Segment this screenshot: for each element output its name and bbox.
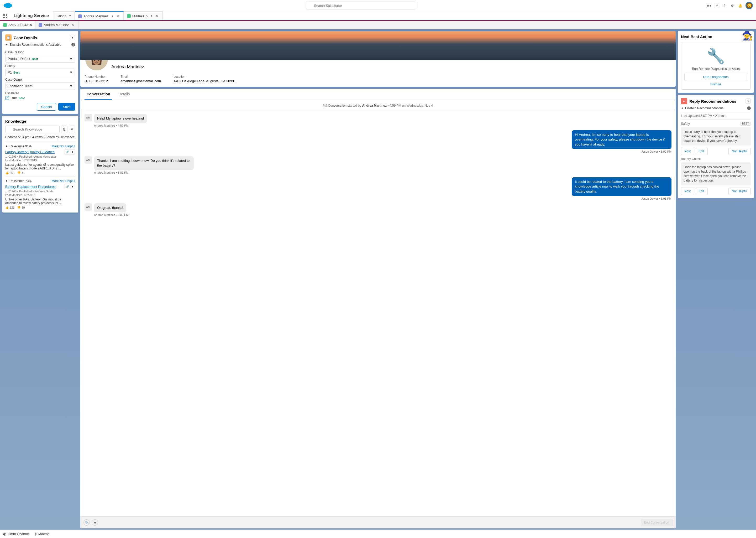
subtab-contact[interactable]: Andrea Martinez ✕ [35,21,79,29]
message-bubble: Hi Andrea, I'm so sorry to hear that you… [572,130,672,149]
einstein-icon: ✦ [681,106,684,110]
einstein-icon: ✦ [5,43,8,46]
card-title: Next Best Action [681,34,751,39]
end-conversation-button[interactable]: End Conversation [641,519,673,526]
close-icon[interactable]: ✕ [71,23,75,27]
article-menu-button[interactable]: ▼ [70,184,75,189]
mark-not-helpful-link[interactable]: Mark Not Helpful [52,144,75,148]
message-bubble: It could be related to the battery. I am… [572,177,672,196]
wrench-icon: 🔧 [684,48,747,65]
utility-bar: ◐ Omni-Channel ⟫ Macros [0,530,756,530]
knowledge-search-input[interactable] [5,126,60,133]
card-menu-button[interactable]: ▼ [745,98,751,104]
escalated-checkbox[interactable]: ✓ [5,96,9,100]
card-title: Case Details [14,35,37,40]
message-in: AMThanks, I am shutting it down now. Do … [84,156,672,170]
edit-button[interactable]: Edit [696,188,708,195]
message-out: Hi Andrea, I'm so sorry to hear that you… [84,130,672,149]
post-button[interactable]: Post [681,148,694,155]
thumbs-down-icon[interactable]: 👎 11 [17,171,25,175]
reply-body: Once the laptop has cooled down, please … [681,162,751,185]
attachment-icon[interactable]: 📎 [83,519,90,526]
post-button[interactable]: Post [681,188,694,195]
edit-button[interactable]: Edit [696,148,708,155]
tab-conversation[interactable]: Conversation [84,89,112,100]
notifications-icon[interactable]: 🔔 [737,3,743,8]
emoji-icon[interactable]: ☻ [92,519,98,526]
conversation-card: Conversation Details 💬 Conversation star… [80,89,676,528]
card-title: Reply Recommendations [689,99,736,103]
chevron-down-icon[interactable]: ▼ [69,15,71,17]
run-diagnostics-button[interactable]: Run Diagnostics [684,73,747,81]
message-in: AMOk great, thanks! [84,203,672,212]
article-link[interactable]: Laptop Battery Quality Guidance [5,150,55,154]
chevron-down-icon: ▼ [69,57,73,61]
article-link[interactable]: Battery Replacement Procedures [5,185,55,188]
not-helpful-button[interactable]: Not Helpful [729,148,751,155]
subtab-label: SMS 00004315 [8,23,32,27]
dismiss-link[interactable]: Dismiss [684,82,747,86]
mark-not-helpful-link[interactable]: Mark Not Helpful [52,179,75,183]
priority-select[interactable]: P1Best ▼ [5,69,75,76]
info-icon[interactable]: i [71,43,75,46]
chat-icon: 💬 [323,104,327,107]
add-icon[interactable]: ＋ [714,3,719,8]
message-bubble: Help! My laptop is overheating! [94,114,147,123]
thumbs-down-icon[interactable]: 👎 39 [17,206,25,209]
cancel-button[interactable]: Cancel [37,103,56,111]
nav-tab-cases[interactable]: Cases ▼ [53,11,75,20]
app-launcher-icon[interactable] [0,11,10,20]
save-button[interactable]: Save [58,103,75,111]
workspace: 📋 Case Details ▼ ✦ Einstein Recommendati… [0,29,756,530]
reply-icon: ↩ [681,98,687,104]
thumbs-up-icon[interactable]: 👍 123 [5,206,15,209]
chevron-down-icon[interactable]: ▼ [150,15,153,17]
message-bubble: Ok great, thanks! [94,203,126,212]
knowledge-menu-button[interactable]: ▼ [69,126,75,133]
subtab-label: Andrea Martinez [44,23,69,27]
einstein-character-icon: 🧙 [742,31,753,41]
message-in: AMHelp! My laptop is overheating! [84,114,672,123]
app-nav: Lightning Service Cases ▼ Andrea Martine… [0,11,756,21]
field-label: Escalated [5,91,75,95]
nav-tab-case[interactable]: 00004315 ▼ ✕ [124,11,163,20]
attach-article-button[interactable]: 🔗 [65,184,70,189]
subtab-sms[interactable]: SMS 00004315 [0,21,35,29]
contact-location: 1401 Oakridge Lane, Augusta, GA 30901 [173,79,236,83]
close-icon[interactable]: ✕ [154,14,159,18]
chevron-down-icon: ▼ [69,84,73,88]
messages-list[interactable]: AMHelp! My laptop is overheating!Andrea … [80,111,676,516]
message-bubble: Thanks, I am shutting it down now. Do yo… [94,156,194,170]
sort-button[interactable]: ⇅ [61,126,68,133]
reply-body: I'm so sorry to hear that your laptop is… [681,127,751,145]
einstein-icon: ✦ [5,144,8,148]
einstein-icon: ✦ [5,179,8,183]
tab-details[interactable]: Details [116,89,132,100]
chevron-down-icon[interactable]: ▼ [111,15,114,18]
conversation-input-bar: 📎 ☻ End Conversation [80,516,676,528]
tab-label: Andrea Martinez [83,14,109,18]
info-icon[interactable]: i [747,106,751,110]
message-meta: Andrea Martinez • 4:59 PM [94,124,672,127]
reply-section-header: Battery Check [681,157,751,161]
subtab-bar: SMS 00004315 Andrea Martinez ✕ [0,21,756,29]
setup-gear-icon[interactable]: ⚙ [730,3,735,8]
case-reason-select[interactable]: Product DefectBest ▼ [5,55,75,63]
user-avatar[interactable]: 🙂 [745,2,753,9]
contact-icon [78,15,82,18]
owner-select[interactable]: Escalation Team ▼ [5,82,75,90]
article-menu-button[interactable]: ▼ [70,149,75,154]
card-menu-button[interactable]: ▼ [70,35,75,40]
help-icon[interactable]: ? [722,3,727,8]
thumbs-up-icon[interactable]: 👍 651 [5,171,15,175]
attach-article-button[interactable]: 🔗 [65,149,70,154]
message-meta: Andrea Martinez • 5:02 PM [94,213,672,216]
message-avatar: AM [84,114,92,121]
not-helpful-button[interactable]: Not Helpful [729,188,751,195]
close-icon[interactable]: ✕ [115,14,120,18]
favorites-icon[interactable]: ★▾ [706,3,711,8]
global-search-input[interactable] [306,2,416,10]
nav-tab-contact[interactable]: Andrea Martinez ▼ ✕ [75,11,124,20]
tab-label: Cases [57,14,66,18]
message-meta: Andrea Martinez • 5:01 PM [94,171,672,174]
